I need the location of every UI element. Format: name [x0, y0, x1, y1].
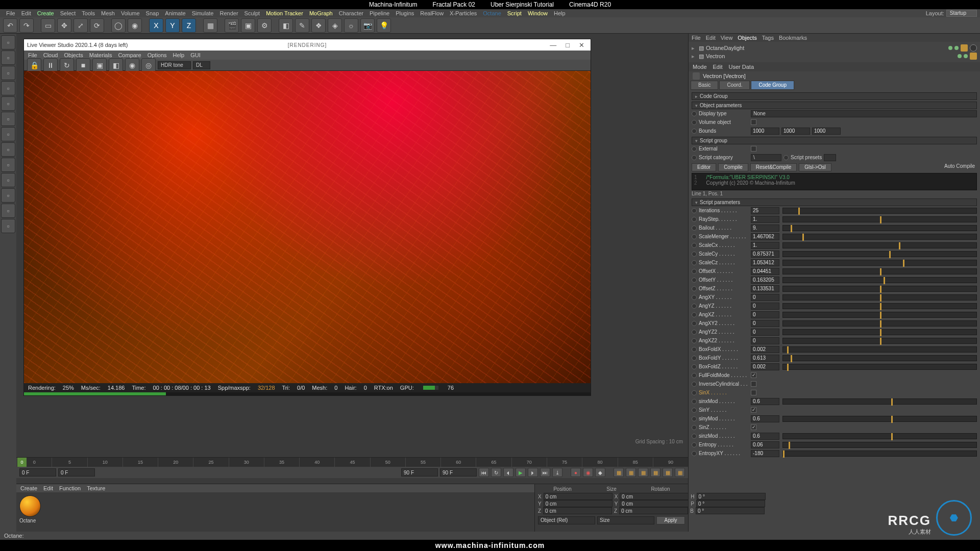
menu-mesh[interactable]: Mesh: [98, 10, 118, 16]
timeline-ruler[interactable]: 0 051015202530354045505560657075808590: [16, 458, 688, 467]
group-code[interactable]: Code Group: [692, 92, 977, 100]
param-slider[interactable]: [782, 416, 977, 422]
group-object-params[interactable]: Object parameters: [692, 102, 977, 109]
menu-volume[interactable]: Volume: [118, 10, 143, 16]
coord-size-y[interactable]: [620, 500, 689, 507]
minimize-icon[interactable]: —: [550, 41, 556, 49]
param-slider[interactable]: [782, 329, 977, 335]
param-slider[interactable]: [782, 216, 977, 222]
viewer-menu-options[interactable]: Options: [148, 52, 167, 58]
pick-icon[interactable]: ◉: [125, 58, 139, 72]
object-row[interactable]: ▸▧OctaneDaylight: [692, 44, 977, 52]
param-value-field[interactable]: [751, 259, 779, 266]
x-axis-button[interactable]: X: [149, 18, 163, 33]
keyframe-sel-button[interactable]: ◆: [595, 468, 605, 477]
coord-rot-p[interactable]: [696, 500, 765, 507]
anim-dot[interactable]: [692, 226, 697, 231]
anim-dot[interactable]: [692, 129, 697, 134]
viewer-menu-file[interactable]: File: [28, 52, 37, 58]
rail-prim3-button[interactable]: ▫: [1, 112, 15, 126]
key-rot-button[interactable]: ▦: [638, 468, 648, 477]
rail-edge-button[interactable]: ▫: [1, 142, 15, 157]
z-axis-button[interactable]: Z: [182, 18, 196, 33]
attr-menu-mode[interactable]: Mode: [693, 64, 707, 70]
stop-icon[interactable]: ■: [76, 58, 90, 72]
attr-tab-coord-[interactable]: Coord.: [719, 81, 750, 90]
layer-dot-green2[interactable]: [964, 54, 968, 58]
param-slider[interactable]: [782, 260, 977, 266]
anim-dot[interactable]: [692, 260, 697, 265]
script-editor-button[interactable]: Editor: [692, 163, 716, 171]
attr-tab-basic[interactable]: Basic: [691, 81, 718, 90]
render-settings-button[interactable]: ⚙: [257, 18, 272, 33]
pause-icon[interactable]: ⏸: [43, 58, 58, 72]
menu-script[interactable]: Script: [504, 10, 525, 16]
coord-pos-x[interactable]: [544, 493, 612, 500]
lock-icon[interactable]: 🔒: [27, 58, 41, 72]
anim-dot[interactable]: [692, 155, 697, 160]
rail-axis-button[interactable]: ▫: [1, 219, 15, 233]
rail-array-button[interactable]: ▫: [1, 81, 15, 95]
om-tab-bookmarks[interactable]: Bookmarks: [779, 35, 807, 41]
coord-size-combo[interactable]: Size: [597, 516, 654, 524]
param-slider[interactable]: [782, 442, 977, 448]
anim-dot[interactable]: [692, 451, 697, 456]
render-tag-icon[interactable]: [970, 44, 977, 52]
param-value-field[interactable]: [751, 450, 779, 457]
anim-dot[interactable]: [692, 120, 697, 125]
om-tab-file[interactable]: File: [692, 35, 701, 41]
viewer-menu-compare[interactable]: Compare: [118, 52, 141, 58]
rail-floor-button[interactable]: ▫: [1, 188, 15, 203]
param-value-field[interactable]: [751, 441, 779, 448]
menu-render[interactable]: Render: [216, 10, 241, 16]
key-scale-button[interactable]: ▦: [626, 468, 636, 477]
mat-menu-edit[interactable]: Edit: [43, 485, 53, 491]
tree-toggle-icon[interactable]: ▸: [692, 45, 697, 52]
param-slider[interactable]: [782, 208, 977, 214]
focus-icon[interactable]: ◎: [141, 58, 156, 72]
coord-pos-y[interactable]: [544, 500, 612, 507]
anim-dot[interactable]: [692, 269, 697, 274]
anim-dot[interactable]: [692, 208, 697, 213]
param-value-field[interactable]: [751, 355, 779, 362]
param-value-field[interactable]: [751, 216, 779, 223]
mat-menu-function[interactable]: Function: [59, 485, 81, 491]
last-button[interactable]: ◯: [111, 18, 126, 33]
om-tab-objects[interactable]: Objects: [738, 35, 756, 41]
attr-menu-edit[interactable]: Edit: [713, 64, 723, 70]
anim-dot[interactable]: [692, 312, 697, 317]
y-axis-button[interactable]: Y: [165, 18, 180, 33]
menu-create[interactable]: Create: [34, 10, 57, 16]
menu-edit[interactable]: Edit: [18, 10, 34, 16]
menu-x-particles[interactable]: X-Particles: [447, 10, 480, 16]
param-checkbox[interactable]: [751, 424, 756, 430]
key-pla-button[interactable]: ▦: [663, 468, 673, 477]
anim-dot[interactable]: [692, 364, 697, 369]
anim-dot[interactable]: [692, 111, 697, 116]
coord-rot-b[interactable]: [696, 507, 765, 514]
scale-button[interactable]: ⤢: [74, 18, 88, 33]
om-tab-view[interactable]: View: [721, 35, 733, 41]
anim-dot[interactable]: [692, 321, 697, 326]
coord-pos-z[interactable]: [543, 507, 612, 514]
anim-dot[interactable]: [692, 304, 697, 309]
rail-globe-button[interactable]: ▫: [1, 35, 15, 49]
menu-animate[interactable]: Animate: [162, 10, 188, 16]
param-slider[interactable]: [782, 320, 977, 327]
anim-dot[interactable]: [783, 155, 789, 160]
bounds-y-field[interactable]: [781, 128, 810, 135]
coord-size-z[interactable]: [619, 507, 688, 514]
mat-menu-create[interactable]: Create: [20, 485, 37, 491]
param-value-field[interactable]: [751, 363, 779, 370]
light-button[interactable]: 💡: [377, 18, 391, 33]
recent-button[interactable]: ◉: [128, 18, 142, 33]
render-button[interactable]: 🎬: [225, 18, 239, 33]
anim-dot[interactable]: [692, 416, 697, 421]
anim-dot[interactable]: [692, 338, 697, 343]
volume-checkbox[interactable]: [751, 119, 756, 125]
param-slider[interactable]: [782, 268, 977, 274]
param-value-field[interactable]: [751, 415, 779, 422]
rail-lock-button[interactable]: ▫: [1, 204, 15, 218]
layer-dot-green2[interactable]: [954, 46, 959, 50]
deform-button[interactable]: ◈: [328, 18, 342, 33]
